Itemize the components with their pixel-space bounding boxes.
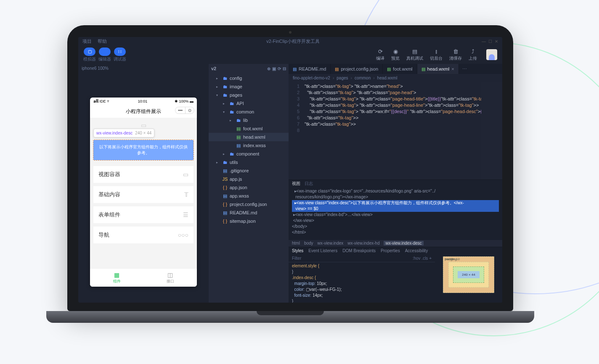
- tree-node[interactable]: ▸🖿image: [209, 82, 289, 91]
- tree-node[interactable]: ▾🖿pages: [209, 91, 289, 99]
- menu-help[interactable]: 帮助: [98, 38, 107, 45]
- camera-dot: [289, 31, 292, 34]
- phone-tab[interactable]: ◫接口: [143, 269, 197, 287]
- box-model: margin 10 border - padding - 240 × 44: [435, 247, 502, 303]
- tree-node[interactable]: ▸🖿component: [209, 150, 289, 158]
- mode-pill-0[interactable]: ▢模拟器: [83, 47, 96, 62]
- tree-header: v2 ⊕ ▣ ⟳ ⊟: [209, 64, 289, 73]
- toolbar: ▢模拟器编辑器⫶⫶调试器 ⟳编译◉预览▤真机调试⫿切后台🗑清缓存⤴上传: [78, 45, 502, 64]
- styles-tab[interactable]: DOM Breakpoints: [342, 248, 376, 253]
- breadcrumb-item[interactable]: fino-applet-demo-v2: [293, 76, 330, 80]
- dom-breadcrumb[interactable]: htmlbodywx-view.indexwx-view.index-hdwx-…: [289, 240, 502, 247]
- sim-list-item[interactable]: 表单组件☰: [93, 206, 193, 223]
- editor-tab[interactable]: ▤project.config.json: [331, 64, 383, 74]
- laptop-frame: 项目 帮助 v2-FinClip小程序开发工具 —☐✕ ▢模拟器编辑器⫶⫶调试器…: [67, 25, 513, 328]
- tree-node[interactable]: ▤app.wxss: [209, 192, 289, 200]
- tree-node[interactable]: ▸🖿API: [209, 99, 289, 108]
- close-icon[interactable]: ×: [451, 66, 454, 71]
- tree-node[interactable]: ▸🖿lib: [209, 116, 289, 124]
- dom-crumb[interactable]: wx-view.index: [318, 241, 344, 245]
- styles-tab[interactable]: Event Listeners: [308, 248, 337, 253]
- breadcrumb: fino-applet-demo-v2›pages›common›head.wx…: [289, 74, 502, 82]
- refresh-icon[interactable]: ⟳: [278, 66, 281, 71]
- devtools-tab-console[interactable]: 日志: [305, 181, 313, 187]
- menubar: 项目 帮助 v2-FinClip小程序开发工具 —☐✕: [78, 37, 502, 45]
- tree-node[interactable]: JSapp.js: [209, 175, 289, 183]
- editor-tab[interactable]: ▤head.wxml×: [417, 64, 459, 74]
- avatar[interactable]: [486, 49, 497, 60]
- dom-crumb[interactable]: wx-view.index-hd: [347, 241, 379, 245]
- devtools-top-tabs: 视图 日志: [289, 180, 502, 187]
- capsule-close-icon[interactable]: ⊙: [186, 107, 194, 113]
- editor-tab[interactable]: ▤README.md: [289, 64, 331, 74]
- toolbar-action-0[interactable]: ⟳编译: [374, 48, 387, 61]
- dom-tree[interactable]: ▸<wx-image class="index-logo" src="../re…: [289, 187, 502, 240]
- styles-tab[interactable]: Accessibility: [405, 248, 428, 253]
- toolbar-action-2[interactable]: ▤真机调试: [404, 48, 426, 61]
- sim-list-item[interactable]: 视图容器▭: [93, 166, 193, 183]
- phone-status-bar: 𝗮𝗹𝗹 IDE ᯤ 10:01 ✱ 100% ▬: [90, 98, 197, 105]
- capsule-more-icon[interactable]: •••: [175, 107, 186, 113]
- highlighted-element: 以下将展示小程序官方组件能力，组件样式仅供参考。: [93, 140, 193, 160]
- breadcrumb-item[interactable]: head.wxml: [377, 76, 398, 80]
- dom-crumb[interactable]: wx-view.index-desc: [384, 241, 423, 245]
- tree-node[interactable]: ▾🖿common: [209, 108, 289, 116]
- dom-crumb[interactable]: html: [292, 241, 300, 245]
- devtools-tab-elements[interactable]: 视图: [292, 181, 300, 187]
- devtools-panel: 视图 日志 ▸<wx-image class="index-logo" src=…: [289, 179, 502, 303]
- tree-node[interactable]: { }project.config.json: [209, 200, 289, 208]
- mode-pill-1[interactable]: 编辑器: [98, 47, 111, 62]
- file-tree-panel: v2 ⊕ ▣ ⟳ ⊟ ▸🖿config▸🖿image▾🖿pages▸🖿API▾🖿…: [209, 64, 289, 303]
- capsule-button[interactable]: •••⊙: [175, 107, 194, 114]
- mode-pill-2[interactable]: ⫶⫶调试器: [114, 47, 126, 62]
- styles-tabs: StylesEvent ListenersDOM BreakpointsProp…: [289, 247, 435, 255]
- tree-node[interactable]: ▤index.wxss: [209, 141, 289, 150]
- styles-filter-tools[interactable]: :hov .cls +: [413, 256, 432, 261]
- tree-node[interactable]: ▤README.md: [209, 208, 289, 217]
- toolbar-action-4[interactable]: 🗑清缓存: [447, 48, 464, 61]
- breadcrumb-item[interactable]: pages: [337, 76, 348, 80]
- new-folder-icon[interactable]: ▣: [272, 66, 276, 71]
- phone-nav: 小程序组件展示 •••⊙: [90, 105, 197, 118]
- phone-tab[interactable]: ▦组件: [90, 269, 143, 287]
- menu-project[interactable]: 项目: [82, 38, 92, 45]
- editor-tab[interactable]: ▤foot.wxml: [383, 64, 417, 74]
- new-file-icon[interactable]: ⊕: [267, 66, 270, 71]
- device-label: iphone6 100%: [82, 66, 109, 71]
- app-title: 小程序组件展示: [126, 108, 161, 115]
- tree-node[interactable]: ▸🖿config: [209, 74, 289, 82]
- tree-node[interactable]: { }app.json: [209, 183, 289, 192]
- code-editor[interactable]: 12345678 "tk-attr">class="tk-tag"> "tk-a…: [289, 82, 502, 179]
- simulator-panel: iphone6 100% 𝗮𝗹𝗹 IDE ᯤ 10:01 ✱ 100% ▬ 小程…: [78, 64, 209, 303]
- window-title: v2-FinClip小程序开发工具: [266, 38, 320, 45]
- sim-list-item[interactable]: 导航○○○: [93, 227, 193, 243]
- styles-filter-row: Filter :hov .cls +: [289, 255, 435, 262]
- breadcrumb-item[interactable]: common: [355, 76, 371, 80]
- tree-node[interactable]: ▤foot.wxml: [209, 124, 289, 133]
- phone-frame: 𝗮𝗹𝗹 IDE ᯤ 10:01 ✱ 100% ▬ 小程序组件展示 •••⊙ ▭ …: [90, 98, 197, 287]
- tree-node[interactable]: ▤head.wxml: [209, 133, 289, 141]
- inspector-tooltip: wx-view.index-desc 240 × 44: [93, 129, 154, 137]
- window-controls[interactable]: —☐✕: [479, 39, 498, 44]
- toolbar-action-3[interactable]: ⫿切后台: [427, 48, 445, 61]
- tree-node[interactable]: ▤.gitignore: [209, 166, 289, 175]
- tree-node[interactable]: ▸🖿utils: [209, 158, 289, 166]
- styles-tab[interactable]: Styles: [292, 248, 303, 253]
- tabs-more-icon[interactable]: ⋯: [459, 66, 470, 72]
- styles-tab[interactable]: Properties: [381, 248, 400, 253]
- toolbar-action-5[interactable]: ⤴上传: [466, 48, 480, 61]
- css-rules[interactable]: element.style {}.index-desc {</span></di…: [289, 262, 435, 303]
- dom-crumb[interactable]: body: [304, 241, 313, 245]
- collapse-icon[interactable]: ⊟: [283, 66, 286, 71]
- sim-list-item[interactable]: 基础内容𝕋: [93, 186, 193, 203]
- editor-tabs: ▤README.md▤project.config.json▤foot.wxml…: [289, 64, 502, 74]
- minimap[interactable]: [481, 82, 502, 179]
- tree-node[interactable]: { }sitemap.json: [209, 217, 289, 225]
- styles-filter-input[interactable]: Filter: [292, 256, 301, 261]
- toolbar-action-1[interactable]: ◉预览: [389, 48, 402, 61]
